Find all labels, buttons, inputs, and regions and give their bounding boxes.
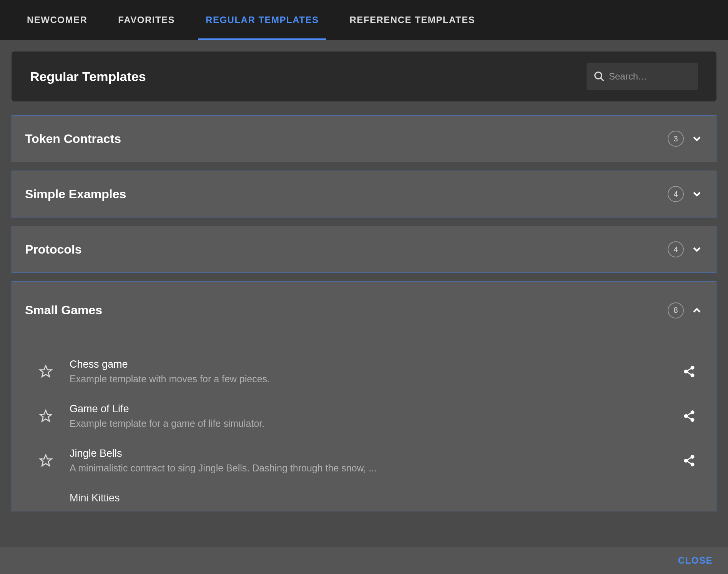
template-desc: Example template with moves for a few pi…: [70, 373, 678, 385]
template-title: Jingle Bells: [70, 448, 678, 460]
svg-line-7: [687, 372, 691, 375]
svg-line-1: [601, 78, 604, 81]
svg-line-18: [687, 458, 691, 460]
tab-newcomer[interactable]: Newcomer: [12, 0, 103, 40]
template-item[interactable]: Jingle Bells A minimalistic contract to …: [12, 440, 716, 484]
template-title: Mini Kitties: [70, 492, 678, 504]
category-header[interactable]: Token Contracts 3: [12, 116, 716, 162]
category-meta: 4: [668, 241, 703, 257]
svg-line-19: [687, 461, 691, 464]
category-title: Small Games: [25, 303, 102, 317]
category-title: Protocols: [25, 242, 82, 257]
star-outline-icon[interactable]: [39, 365, 53, 378]
search-box[interactable]: [587, 63, 698, 90]
content-area: Regular Templates Token Contracts 3: [0, 40, 728, 547]
category-meta: 4: [668, 186, 703, 202]
chevron-down-icon: [691, 243, 703, 255]
share-icon[interactable]: [683, 410, 696, 423]
template-text: Mini Kitties: [70, 492, 678, 507]
page-title: Regular Templates: [30, 69, 146, 84]
category-small-games: Small Games 8 Chess game Example templat…: [12, 281, 716, 511]
star-outline-icon[interactable]: [39, 409, 53, 423]
category-token-contracts: Token Contracts 3: [12, 115, 716, 162]
template-text: Game of Life Example template for a game…: [70, 403, 678, 429]
svg-line-12: [687, 413, 691, 416]
tab-bar: Newcomer Favorites Regular Templates Ref…: [0, 0, 728, 40]
template-item[interactable]: Game of Life Example template for a game…: [12, 395, 716, 440]
count-badge: 8: [668, 302, 684, 319]
chevron-down-icon: [691, 133, 703, 145]
svg-point-0: [595, 72, 602, 79]
template-item[interactable]: Chess game Example template with moves f…: [12, 351, 716, 395]
star-outline-icon[interactable]: [39, 454, 53, 468]
svg-marker-14: [40, 455, 52, 466]
search-input[interactable]: [609, 71, 724, 82]
template-list: Chess game Example template with moves f…: [12, 339, 716, 511]
svg-line-6: [687, 368, 691, 371]
share-icon[interactable]: [683, 454, 696, 467]
close-button[interactable]: Close: [678, 555, 713, 566]
category-header[interactable]: Small Games 8: [12, 282, 716, 339]
count-badge: 4: [668, 186, 684, 202]
category-meta: 3: [668, 131, 703, 147]
share-icon[interactable]: [683, 365, 696, 378]
template-text: Chess game Example template with moves f…: [70, 358, 678, 385]
template-desc: Example template for a game of life simu…: [70, 418, 678, 429]
footer: Close: [0, 547, 728, 574]
page-header: Regular Templates: [12, 51, 716, 101]
svg-marker-8: [40, 410, 52, 421]
count-badge: 3: [668, 131, 684, 147]
svg-line-13: [687, 416, 691, 419]
count-badge: 4: [668, 241, 684, 257]
template-text: Jingle Bells A minimalistic contract to …: [70, 448, 678, 474]
template-title: Chess game: [70, 358, 678, 370]
search-icon: [593, 71, 605, 82]
category-header[interactable]: Simple Examples 4: [12, 171, 716, 217]
svg-marker-2: [40, 366, 52, 377]
category-title: Simple Examples: [25, 187, 126, 201]
template-title: Game of Life: [70, 403, 678, 415]
category-title: Token Contracts: [25, 132, 121, 146]
tab-reference-templates[interactable]: Reference Templates: [334, 0, 490, 40]
tab-favorites[interactable]: Favorites: [103, 0, 190, 40]
template-desc: A minimalistic contract to sing Jingle B…: [70, 463, 678, 474]
chevron-up-icon: [691, 304, 703, 317]
chevron-down-icon: [691, 188, 703, 200]
category-protocols: Protocols 4: [12, 226, 716, 273]
template-item[interactable]: Mini Kitties: [12, 484, 716, 507]
category-meta: 8: [668, 302, 703, 319]
category-simple-examples: Simple Examples 4: [12, 171, 716, 217]
category-header[interactable]: Protocols 4: [12, 226, 716, 272]
tab-regular-templates[interactable]: Regular Templates: [190, 0, 334, 40]
